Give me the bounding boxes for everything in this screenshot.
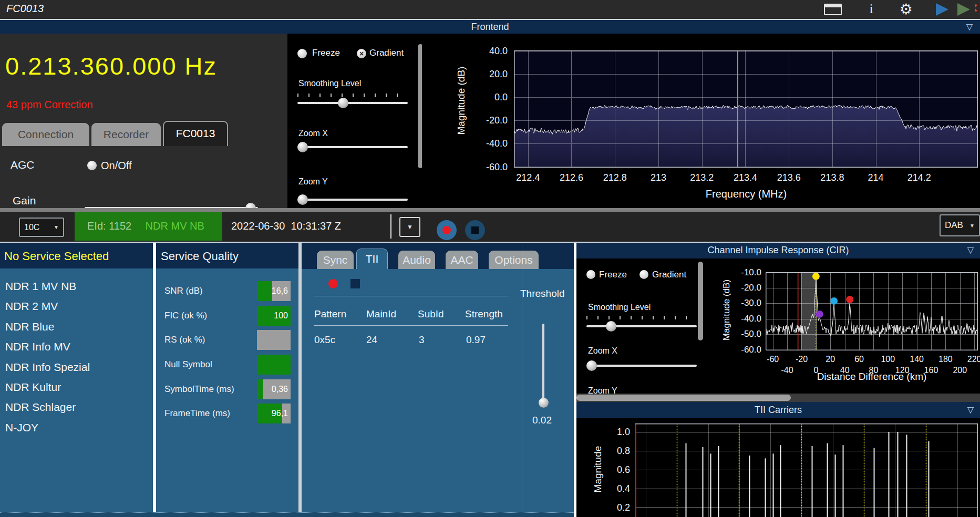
- titlebar: FC0013 i ⚙ ×: [0, 0, 980, 20]
- tii-table-cell[interactable]: 0.97: [466, 334, 486, 346]
- threshold-slider[interactable]: [542, 324, 544, 400]
- chevron-down-icon: ▼: [54, 224, 59, 230]
- red-close-partial-icon[interactable]: ×: [975, 2, 980, 17]
- tuner-panel: 0.213.360.000 Hz 43 ppm Correction Conne…: [0, 34, 287, 208]
- axis-tick: 0: [813, 366, 818, 375]
- record-dot-icon: [442, 226, 451, 234]
- gradient-label[interactable]: Gradient: [369, 48, 404, 58]
- service-list-item[interactable]: NDR 1 MV NB: [5, 280, 76, 293]
- cir-hscrollbar-thumb[interactable]: [576, 395, 791, 401]
- cir-hscrollbar-track[interactable]: [576, 394, 980, 402]
- tab-recorder[interactable]: Recorder: [91, 123, 161, 146]
- axis-tick: 20.0: [489, 68, 508, 79]
- tab-connection[interactable]: Connection: [2, 123, 89, 146]
- service-list-item[interactable]: NDR 2 MV: [5, 300, 58, 313]
- axis-tick: 0.8: [617, 446, 630, 457]
- axis-tick: -40: [781, 366, 793, 375]
- stop-button[interactable]: [465, 220, 485, 240]
- tii-table-cell[interactable]: 3: [419, 334, 425, 346]
- info-icon[interactable]: i: [866, 1, 876, 17]
- mode-combobox[interactable]: DAB▼: [940, 214, 980, 236]
- cir-smoothing-label: Smoothing Level: [588, 303, 651, 312]
- service-list-item[interactable]: NDR Kultur: [5, 381, 61, 394]
- cir-zoom-x-slider[interactable]: [586, 360, 697, 371]
- window-icon[interactable]: [824, 4, 842, 15]
- window-title: FC0013: [6, 3, 44, 15]
- play-blue-icon[interactable]: [936, 3, 948, 16]
- tii-carriers-header: TII Carriers ▽: [576, 402, 980, 418]
- spectrum-controls: Freeze × Gradient Smoothing Level Zoom X…: [287, 34, 422, 208]
- ensemble-box: EId: 1152 NDR MV NB: [75, 212, 222, 241]
- cir-controls-scrollbar[interactable]: [698, 262, 703, 340]
- agc-option-label[interactable]: On/Off: [101, 160, 132, 172]
- axis-tick: 180: [938, 355, 953, 364]
- freeze-radio[interactable]: [297, 49, 307, 58]
- cir-smoothing-slider[interactable]: [586, 321, 697, 332]
- axis-tick: 140: [910, 355, 924, 364]
- tii-table-cell[interactable]: 24: [366, 334, 377, 346]
- freeze-label[interactable]: Freeze: [312, 48, 340, 58]
- axis-tick: -60.0: [486, 161, 508, 172]
- cir-gradient-label[interactable]: Gradient: [652, 270, 686, 280]
- tii-table-header: Strength: [465, 308, 503, 320]
- settings-gear-icon[interactable]: ⚙: [896, 0, 915, 19]
- tii-table-cell[interactable]: 0x5c: [314, 334, 335, 346]
- threshold-slider-thumb[interactable]: [539, 398, 549, 408]
- timestamp: 2022-06-30 10:31:37 Z: [231, 220, 341, 232]
- agc-label: AGC: [11, 159, 35, 171]
- zoom-x-slider-thumb[interactable]: [297, 142, 308, 152]
- gradient-checked-icon[interactable]: ×: [357, 49, 366, 58]
- tii-table-header: SubId: [418, 308, 444, 320]
- play-green-icon[interactable]: [957, 3, 970, 16]
- quality-rows: SNR (dB)16,6FIC (ok %)100RS (ok %)Null S…: [156, 243, 298, 517]
- axis-tick: 0.0: [494, 91, 508, 102]
- quality-bar: 96,1: [257, 404, 291, 423]
- smoothing-slider-thumb[interactable]: [338, 98, 348, 108]
- axis-tick: -10.0: [741, 267, 761, 278]
- quality-bar: [257, 355, 291, 375]
- cir-gradient-radio[interactable]: [639, 270, 648, 279]
- cir-zoom-x-label: Zoom X: [588, 346, 617, 356]
- axis-tick: 213: [651, 172, 666, 183]
- axis-tick: -20.0: [486, 115, 508, 126]
- smoothing-slider[interactable]: [297, 98, 408, 108]
- services-header: No Service Selected: [0, 243, 153, 268]
- service-list-item[interactable]: NDR Info Spezial: [5, 361, 90, 374]
- quality-bar: 100: [257, 306, 291, 326]
- axis-tick: 100: [881, 355, 895, 364]
- axis-tick: 214.2: [907, 172, 931, 183]
- cir-freeze-label[interactable]: Freeze: [599, 270, 627, 280]
- channel-combobox[interactable]: 10C▼: [19, 218, 64, 237]
- service-list-item[interactable]: NDR Schlager: [5, 401, 76, 413]
- zoom-y-slider[interactable]: [297, 194, 408, 205]
- cir-smoothing-slider-thumb[interactable]: [606, 321, 616, 332]
- service-list-item[interactable]: NDR Blue: [5, 320, 54, 333]
- cir-header: Channel Impulse Response (CIR) ▽: [576, 243, 980, 258]
- quality-row-label: FIC (ok %): [164, 311, 207, 321]
- tab-fc0013[interactable]: FC0013: [163, 121, 228, 146]
- toolbar: 10C▼ EId: 1152 NDR MV NB 2022-06-30 10:3…: [0, 212, 980, 243]
- zoom-x-slider[interactable]: [297, 142, 408, 152]
- cir-zoom-x-slider-thumb[interactable]: [586, 360, 597, 371]
- record-button[interactable]: [437, 220, 457, 240]
- collapse-frontend-icon[interactable]: ▽: [966, 22, 973, 32]
- agc-radio[interactable]: [87, 161, 97, 170]
- zoom-y-slider-thumb[interactable]: [297, 194, 308, 205]
- service-list-item[interactable]: N-JOY: [5, 421, 38, 434]
- axis-tick: 212.8: [603, 172, 627, 183]
- cir-freeze-radio[interactable]: [586, 270, 595, 279]
- collapse-tii-carriers-icon[interactable]: ▽: [967, 405, 974, 415]
- collapse-cir-icon[interactable]: ▽: [967, 245, 974, 255]
- threshold-separator: [522, 245, 522, 513]
- spectrum-xlabel: Frequency (MHz): [646, 188, 846, 200]
- axis-tick: 213.8: [820, 172, 844, 183]
- zoom-x-label: Zoom X: [298, 129, 328, 138]
- frontend-title: Frontend: [0, 22, 980, 33]
- quality-row-label: Null Symbol: [164, 359, 212, 370]
- axis-tick: 214: [868, 172, 884, 183]
- service-list-item[interactable]: NDR Info MV: [5, 340, 70, 353]
- spectrum-canvas: [514, 50, 978, 168]
- quality-bar: 16,6: [257, 281, 291, 301]
- axis-tick: 200: [953, 366, 967, 375]
- record-options-dropdown[interactable]: ▼: [399, 217, 420, 237]
